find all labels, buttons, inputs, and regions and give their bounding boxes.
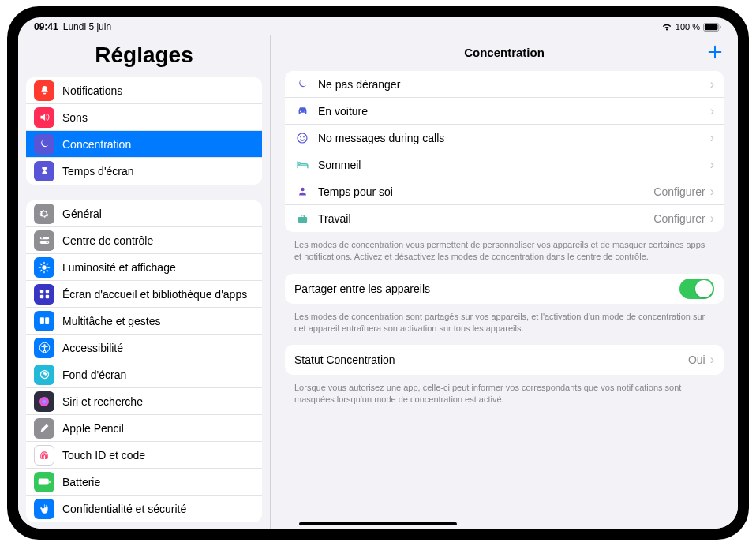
battery-icon [34, 472, 54, 492]
sidebar-item-temps-d-cran[interactable]: Temps d'écran [26, 158, 262, 185]
sidebar-item-touch-id-et-code[interactable]: Touch ID et code [26, 442, 262, 469]
sidebar-group-0: NotificationsSonsConcentrationTemps d'éc… [26, 77, 262, 185]
svg-rect-12 [39, 317, 43, 324]
sidebar-item--cran-d-accueil-et-biblioth-que-d-apps[interactable]: Écran d'accueil et bibliothèque d'apps [26, 281, 262, 308]
touchid-icon [34, 445, 54, 466]
sidebar-item-label: Sons [62, 111, 88, 124]
chevron-right-icon: › [710, 104, 714, 118]
chevron-right-icon: › [710, 131, 714, 145]
accessibility-icon [34, 338, 54, 358]
focus-modes-group: Ne pas déranger›En voiture›No messages d… [285, 71, 724, 232]
device-frame: 09:41 Lundi 5 juin 100 % Réglages Notifi… [7, 6, 749, 540]
svg-rect-10 [39, 295, 43, 298]
sidebar-item-label: Confidentialité et sécurité [62, 503, 186, 515]
status-date: Lundi 5 juin [63, 21, 111, 32]
focus-footer-2: Les modes de concentration sont partagés… [285, 309, 724, 346]
switches-icon [34, 230, 54, 251]
focus-footer-1: Les modes de concentration vous permette… [285, 237, 724, 274]
bell-icon [34, 80, 54, 101]
share-across-devices-row[interactable]: Partager entre les appareils [285, 274, 724, 304]
focus-mode-value: Configurer [653, 185, 705, 198]
sidebar-item-label: Apple Pencil [62, 422, 124, 435]
brightness-icon [34, 257, 54, 278]
chevron-right-icon: › [710, 158, 714, 172]
pencil-icon [34, 418, 54, 439]
focus-mode-no-messages-during-calls[interactable]: No messages during calls› [285, 125, 724, 151]
sidebar-item-multit-che-et-gestes[interactable]: Multitâche et gestes [26, 308, 262, 335]
focus-mode-label: Temps pour soi [318, 185, 653, 198]
add-focus-button[interactable] [706, 43, 724, 61]
sidebar-item-label: Multitâche et gestes [62, 315, 161, 327]
svg-point-7 [42, 265, 46, 269]
chevron-right-icon: › [710, 185, 714, 199]
svg-point-15 [43, 344, 45, 346]
focus-mode-ne-pas-d-ranger[interactable]: Ne pas déranger› [285, 71, 724, 98]
status-value: Oui [688, 353, 705, 366]
sidebar-item-apple-pencil[interactable]: Apple Pencil [26, 415, 262, 442]
face-icon [294, 132, 310, 144]
svg-point-23 [300, 136, 301, 137]
svg-rect-2 [720, 25, 720, 28]
sidebar-item-confidentialit-et-s-curit-[interactable]: Confidentialité et sécurité [26, 496, 262, 522]
sidebar-group-1: GénéralCentre de contrôleLuminosité et a… [26, 200, 262, 522]
settings-sidebar: Réglages NotificationsSonsConcentrationT… [18, 35, 271, 529]
share-toggle[interactable] [679, 279, 714, 299]
sidebar-item-label: Général [62, 208, 102, 220]
sidebar-item-label: Siri et recherche [62, 395, 143, 408]
status-label: Statut Concentration [294, 353, 688, 366]
speaker-icon [34, 107, 54, 128]
status-bar: 09:41 Lundi 5 juin 100 % [18, 17, 738, 35]
sidebar-item-sons[interactable]: Sons [26, 104, 262, 131]
wallpaper-icon [34, 365, 54, 385]
focus-mode-travail[interactable]: TravailConfigurer› [285, 205, 724, 232]
sidebar-item-label: Accessibilité [62, 342, 123, 354]
sidebar-item-g-n-ral[interactable]: Général [26, 200, 262, 227]
svg-rect-11 [45, 295, 48, 298]
hourglass-icon [34, 161, 54, 181]
sidebar-title: Réglages [18, 35, 270, 77]
main-panel: Concentration Ne pas déranger›En voiture… [271, 35, 738, 529]
svg-rect-1 [705, 24, 718, 29]
focus-status-row[interactable]: Statut Concentration Oui › [285, 345, 724, 375]
focus-mode-value: Configurer [653, 212, 705, 225]
home-indicator [299, 522, 457, 525]
multitask-icon [34, 311, 54, 331]
person-icon [294, 185, 310, 197]
focus-mode-temps-pour-soi[interactable]: Temps pour soiConfigurer› [285, 178, 724, 205]
chevron-right-icon: › [710, 353, 714, 367]
briefcase-icon [294, 213, 310, 225]
focus-mode-label: Sommeil [318, 159, 710, 171]
focus-mode-en-voiture[interactable]: En voiture› [285, 98, 724, 125]
sidebar-item-accessibilit-[interactable]: Accessibilité [26, 335, 262, 361]
battery-icon [703, 23, 722, 32]
sidebar-item-concentration[interactable]: Concentration [26, 131, 262, 158]
focus-mode-label: No messages during calls [318, 132, 710, 144]
sidebar-item-label: Notifications [62, 84, 122, 97]
focus-mode-label: Ne pas déranger [318, 78, 710, 91]
sidebar-item-fond-d-cran[interactable]: Fond d'écran [26, 361, 262, 388]
svg-point-4 [41, 237, 43, 239]
svg-point-20 [299, 111, 300, 112]
gear-icon [34, 204, 54, 224]
svg-point-6 [46, 241, 47, 243]
svg-point-21 [304, 111, 305, 112]
sidebar-item-notifications[interactable]: Notifications [26, 77, 262, 104]
sidebar-item-siri-et-recherche[interactable]: Siri et recherche [26, 388, 262, 415]
focus-mode-sommeil[interactable]: Sommeil› [285, 151, 724, 178]
svg-point-24 [303, 136, 305, 137]
svg-rect-9 [45, 290, 48, 293]
focus-mode-label: Travail [318, 212, 653, 225]
share-group: Partager entre les appareils [285, 274, 724, 304]
grid-icon [34, 284, 54, 305]
svg-point-17 [39, 397, 49, 406]
sidebar-item-batterie[interactable]: Batterie [26, 469, 262, 496]
wifi-icon [661, 23, 672, 32]
chevron-right-icon: › [710, 77, 714, 92]
svg-point-22 [298, 133, 307, 143]
svg-rect-13 [45, 317, 49, 324]
sidebar-item-centre-de-contr-le[interactable]: Centre de contrôle [26, 227, 262, 254]
sidebar-item-luminosit-et-affichage[interactable]: Luminosité et affichage [26, 254, 262, 281]
screen: 09:41 Lundi 5 juin 100 % Réglages Notifi… [18, 17, 738, 529]
svg-rect-26 [298, 217, 306, 223]
sidebar-item-label: Centre de contrôle [62, 234, 153, 247]
